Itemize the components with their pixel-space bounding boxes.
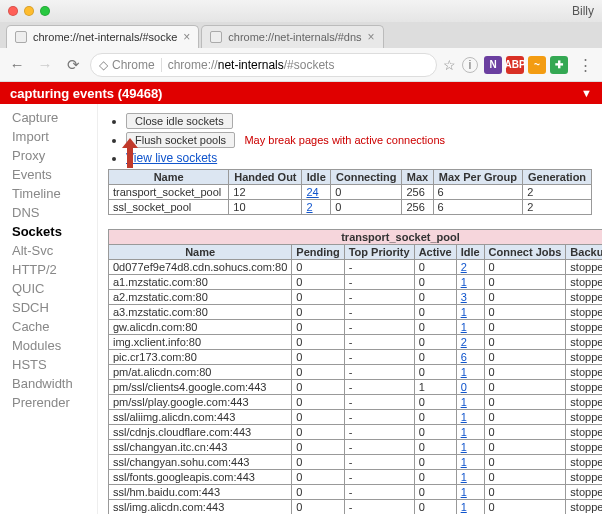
cell: 1 — [456, 305, 484, 320]
idle-count-link[interactable]: 1 — [461, 306, 467, 318]
cell: 0 — [484, 275, 566, 290]
idle-count-link[interactable]: 1 — [461, 441, 467, 453]
sidebar-item-dns[interactable]: DNS — [0, 203, 97, 222]
idle-count-link[interactable]: 6 — [461, 351, 467, 363]
sidebar-item-http-2[interactable]: HTTP/2 — [0, 260, 97, 279]
sidebar-item-sockets[interactable]: Sockets — [0, 222, 97, 241]
cell: stopped — [566, 350, 602, 365]
sidebar-item-hsts[interactable]: HSTS — [0, 355, 97, 374]
table-row: ssl/changyan.itc.cn:4430-010stoppedfalse — [109, 440, 603, 455]
tab-strip: chrome://net-internals/#socke × chrome:/… — [0, 22, 602, 48]
sidebar-item-import[interactable]: Import — [0, 127, 97, 146]
capture-status-bar[interactable]: capturing events (49468) ▼ — [0, 82, 602, 104]
table-row: img.xclient.info:800-020stoppedfalse — [109, 335, 603, 350]
cell: 0 — [292, 350, 344, 365]
sidebar-item-modules[interactable]: Modules — [0, 336, 97, 355]
cell: 0 — [331, 200, 402, 215]
minimize-window-button[interactable] — [24, 6, 34, 16]
cell: ssl/fonts.googleapis.com:443 — [109, 470, 292, 485]
cell: - — [344, 305, 414, 320]
favicon-icon — [210, 31, 222, 43]
category-sidebar: CaptureImportProxyEventsTimelineDNSSocke… — [0, 104, 98, 514]
idle-count-link[interactable]: 24 — [306, 186, 318, 198]
info-icon[interactable]: i — [462, 57, 478, 73]
maximize-window-button[interactable] — [40, 6, 50, 16]
bookmark-star-icon[interactable]: ☆ — [443, 57, 456, 73]
idle-count-link[interactable]: 2 — [461, 336, 467, 348]
sidebar-item-quic[interactable]: QUIC — [0, 279, 97, 298]
close-tab-icon[interactable]: × — [368, 30, 375, 44]
profile-name[interactable]: Billy — [572, 4, 594, 18]
idle-count-link[interactable]: 1 — [461, 276, 467, 288]
close-tab-icon[interactable]: × — [183, 30, 190, 44]
window-titlebar: Billy — [0, 0, 602, 22]
sidebar-item-cache[interactable]: Cache — [0, 317, 97, 336]
idle-count-link[interactable]: 1 — [461, 411, 467, 423]
cell: 0 — [484, 290, 566, 305]
cell: 1 — [456, 320, 484, 335]
view-live-sockets-link[interactable]: View live sockets — [126, 151, 217, 165]
cell: stopped — [566, 365, 602, 380]
sidebar-item-timeline[interactable]: Timeline — [0, 184, 97, 203]
sidebar-item-prerender[interactable]: Prerender — [0, 393, 97, 412]
idle-count-link[interactable]: 2 — [306, 201, 312, 213]
close-window-button[interactable] — [8, 6, 18, 16]
table-row: pm/at.alicdn.com:800-010stoppedfalse — [109, 365, 603, 380]
cell: stopped — [566, 305, 602, 320]
cell: 0 — [484, 395, 566, 410]
forward-button[interactable]: → — [34, 54, 56, 76]
dropdown-arrow-icon[interactable]: ▼ — [581, 87, 592, 99]
cell: 0 — [292, 260, 344, 275]
close-idle-sockets-button[interactable]: Close idle sockets — [126, 113, 233, 129]
cell: - — [344, 350, 414, 365]
cell: 3 — [456, 290, 484, 305]
idle-count-link[interactable]: 1 — [461, 501, 467, 513]
cell: 0 — [414, 395, 456, 410]
cell: 1 — [456, 365, 484, 380]
idle-count-link[interactable]: 2 — [461, 261, 467, 273]
flush-socket-pools-button[interactable]: Flush socket pools — [126, 132, 235, 148]
cell: 1 — [414, 380, 456, 395]
browser-tab-active[interactable]: chrome://net-internals/#socke × — [6, 25, 199, 48]
chrome-menu-icon[interactable]: ⋮ — [574, 54, 596, 76]
sidebar-item-events[interactable]: Events — [0, 165, 97, 184]
sockets-panel: Close idle sockets Flush socket pools Ma… — [98, 104, 602, 514]
cell: 0 — [484, 320, 566, 335]
idle-count-link[interactable]: 1 — [461, 486, 467, 498]
idle-count-link[interactable]: 1 — [461, 366, 467, 378]
idle-count-link[interactable]: 1 — [461, 396, 467, 408]
extension-orange-icon[interactable]: ~ — [528, 56, 546, 74]
cell: 24 — [302, 185, 331, 200]
cell: 12 — [229, 185, 302, 200]
sidebar-item-bandwidth[interactable]: Bandwidth — [0, 374, 97, 393]
idle-count-link[interactable]: 1 — [461, 426, 467, 438]
idle-count-link[interactable]: 1 — [461, 321, 467, 333]
idle-count-link[interactable]: 1 — [461, 456, 467, 468]
extension-onenote-icon[interactable]: N — [484, 56, 502, 74]
cell: 0 — [292, 455, 344, 470]
sidebar-item-capture[interactable]: Capture — [0, 108, 97, 127]
reload-button[interactable]: ⟳ — [62, 54, 84, 76]
idle-count-link[interactable]: 1 — [461, 471, 467, 483]
cell: - — [344, 395, 414, 410]
extension-green-icon[interactable]: ✚ — [550, 56, 568, 74]
cell: 0 — [414, 470, 456, 485]
sidebar-item-sdch[interactable]: SDCH — [0, 298, 97, 317]
cell: stopped — [566, 275, 602, 290]
back-button[interactable]: ← — [6, 54, 28, 76]
column-header: Backup Timer — [566, 245, 602, 260]
table-row: a3.mzstatic.com:800-010stoppedfalse — [109, 305, 603, 320]
cell: 0 — [414, 485, 456, 500]
cell: stopped — [566, 425, 602, 440]
browser-tab-inactive[interactable]: chrome://net-internals/#dns × — [201, 25, 383, 48]
idle-count-link[interactable]: 3 — [461, 291, 467, 303]
pool-title: transport_socket_pool — [109, 230, 603, 245]
idle-count-link[interactable]: 0 — [461, 381, 467, 393]
cell: ssl/img.alicdn.com:443 — [109, 500, 292, 515]
address-bar[interactable]: ◇ Chrome chrome://net-internals/#sockets — [90, 53, 437, 77]
sidebar-item-proxy[interactable]: Proxy — [0, 146, 97, 165]
tab-title: chrome://net-internals/#dns — [228, 31, 361, 43]
extension-abp-icon[interactable]: ABP — [506, 56, 524, 74]
sidebar-item-alt-svc[interactable]: Alt-Svc — [0, 241, 97, 260]
cell: 0 — [484, 410, 566, 425]
